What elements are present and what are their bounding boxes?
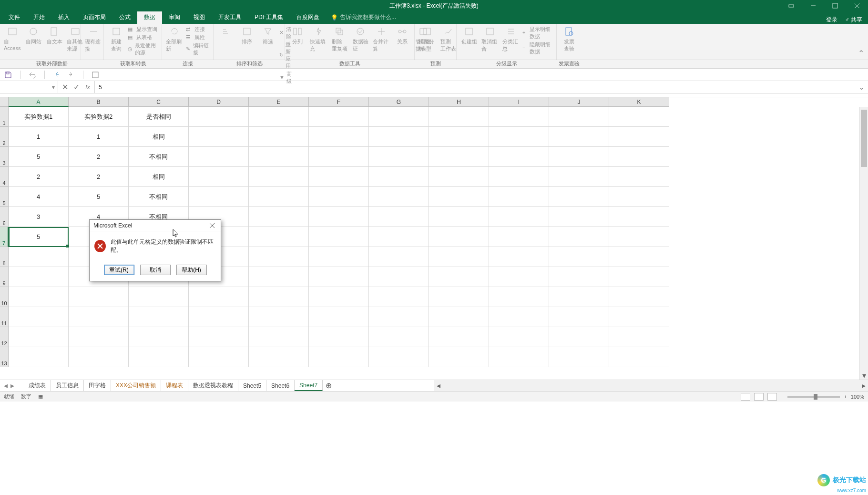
close-icon[interactable]	[846, 0, 868, 11]
col-header-H[interactable]: H	[429, 97, 489, 107]
sort-button[interactable]: 排序	[237, 25, 256, 46]
select-all-corner[interactable]	[0, 97, 9, 107]
edit-links-button[interactable]: ✎编辑链接	[186, 42, 210, 56]
cell-G8[interactable]	[369, 247, 429, 267]
cell-F7[interactable]	[309, 227, 369, 247]
enter-formula-icon[interactable]: ✓	[72, 83, 80, 91]
cell-J10[interactable]	[549, 287, 609, 307]
col-header-A[interactable]: A	[9, 97, 69, 107]
cell-G2[interactable]	[369, 127, 429, 147]
zoom-value[interactable]: 100%	[851, 394, 864, 400]
cell-E11[interactable]	[249, 307, 309, 327]
cell-H7[interactable]	[429, 227, 489, 247]
cell-E7[interactable]	[249, 227, 309, 247]
cell-F12[interactable]	[309, 327, 369, 347]
row-header-8[interactable]: 8	[0, 247, 9, 267]
sheet-tab-田字格[interactable]: 田字格	[84, 380, 111, 391]
cell-K7[interactable]	[609, 227, 669, 247]
cell-H4[interactable]	[429, 167, 489, 187]
cell-D2[interactable]	[189, 127, 249, 147]
tab-dev[interactable]: 开发工具	[212, 11, 248, 24]
invoice-check-button[interactable]: 发票 查验	[560, 25, 579, 53]
cell-J11[interactable]	[549, 307, 609, 327]
cell-F13[interactable]	[309, 347, 369, 367]
cell-C13[interactable]	[129, 347, 189, 367]
cell-H5[interactable]	[429, 187, 489, 207]
cell-G10[interactable]	[369, 287, 429, 307]
cell-F2[interactable]	[309, 127, 369, 147]
cell-A8[interactable]	[9, 247, 69, 267]
cell-H6[interactable]	[429, 207, 489, 227]
from-web-button[interactable]: 自网站	[24, 25, 43, 46]
cell-G4[interactable]	[369, 167, 429, 187]
cell-B13[interactable]	[69, 347, 129, 367]
cell-F9[interactable]	[309, 267, 369, 287]
cell-G3[interactable]	[369, 147, 429, 167]
col-header-F[interactable]: F	[309, 97, 369, 107]
cell-I5[interactable]	[489, 187, 549, 207]
whatif-button[interactable]: 模拟分析	[418, 25, 437, 53]
col-header-J[interactable]: J	[549, 97, 609, 107]
cell-B4[interactable]: 2	[69, 167, 129, 187]
ribbon-options-icon[interactable]	[780, 0, 802, 11]
cell-A5[interactable]: 4	[9, 187, 69, 207]
collapse-ribbon-icon[interactable]: ⌃	[858, 49, 864, 58]
cell-C10[interactable]	[129, 287, 189, 307]
save-icon[interactable]	[4, 71, 12, 79]
cell-F6[interactable]	[309, 207, 369, 227]
cell-E13[interactable]	[249, 347, 309, 367]
cell-G13[interactable]	[369, 347, 429, 367]
help-button[interactable]: 帮助(H)	[176, 265, 207, 275]
cell-H8[interactable]	[429, 247, 489, 267]
tab-pdf[interactable]: PDF工具集	[248, 11, 290, 24]
cell-C12[interactable]	[129, 327, 189, 347]
cell-I9[interactable]	[489, 267, 549, 287]
row-header-2[interactable]: 2	[0, 127, 9, 147]
col-header-C[interactable]: C	[129, 97, 189, 107]
tab-data[interactable]: 数据	[137, 11, 162, 24]
cell-B11[interactable]	[69, 307, 129, 327]
forecast-sheet-button[interactable]: 预测 工作表	[439, 25, 458, 53]
cell-H2[interactable]	[429, 127, 489, 147]
cell-C1[interactable]: 是否相同	[129, 107, 189, 127]
cell-J2[interactable]	[549, 127, 609, 147]
cell-A4[interactable]: 2	[9, 167, 69, 187]
dialog-titlebar[interactable]: Microsoft Excel	[90, 220, 221, 231]
cell-A6[interactable]: 3	[9, 207, 69, 227]
cell-K3[interactable]	[609, 147, 669, 167]
cell-J7[interactable]	[549, 227, 609, 247]
cell-D4[interactable]	[189, 167, 249, 187]
zoom-out-icon[interactable]: −	[781, 394, 784, 400]
dialog-close-icon[interactable]	[207, 221, 217, 230]
cell-D12[interactable]	[189, 327, 249, 347]
cell-B3[interactable]: 2	[69, 147, 129, 167]
row-header-1[interactable]: 1	[0, 107, 9, 127]
show-detail-button[interactable]: +显示明细数据	[522, 26, 553, 40]
cell-F8[interactable]	[309, 247, 369, 267]
cell-K12[interactable]	[609, 327, 669, 347]
cell-K10[interactable]	[609, 287, 669, 307]
cell-E2[interactable]	[249, 127, 309, 147]
col-header-G[interactable]: G	[369, 97, 429, 107]
cell-E3[interactable]	[249, 147, 309, 167]
from-text-button[interactable]: 自文本	[45, 25, 64, 46]
tab-file[interactable]: 文件	[2, 11, 27, 24]
cell-K8[interactable]	[609, 247, 669, 267]
cell-D11[interactable]	[189, 307, 249, 327]
scroll-down-icon[interactable]: ▾	[860, 371, 868, 380]
cell-F11[interactable]	[309, 307, 369, 327]
cell-A7[interactable]: 5	[9, 227, 69, 247]
cell-K4[interactable]	[609, 167, 669, 187]
vertical-scrollbar[interactable]: ▴ ▾	[859, 107, 868, 380]
row-header-13[interactable]: 13	[0, 347, 9, 367]
undo-icon[interactable]	[28, 71, 37, 79]
cell-D3[interactable]	[189, 147, 249, 167]
properties-button[interactable]: ☰属性	[186, 34, 210, 41]
cancel-button[interactable]: 取消	[140, 265, 171, 275]
cell-G6[interactable]	[369, 207, 429, 227]
tab-review[interactable]: 审阅	[162, 11, 187, 24]
row-header-9[interactable]: 9	[0, 267, 9, 287]
cell-I1[interactable]	[489, 107, 549, 127]
cell-F4[interactable]	[309, 167, 369, 187]
cell-F1[interactable]	[309, 107, 369, 127]
